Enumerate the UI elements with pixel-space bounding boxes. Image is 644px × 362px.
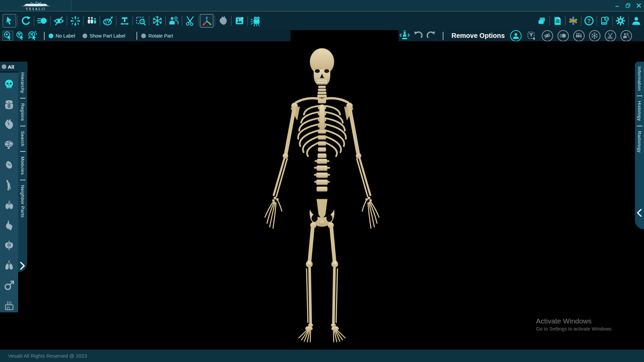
divider [149, 16, 149, 26]
sidebar-system-urinary[interactable] [2, 235, 16, 255]
divider [17, 16, 18, 26]
chevron-left-icon[interactable] [636, 208, 642, 219]
tab-separator [20, 98, 25, 99]
foot [299, 330, 311, 342]
remove-users-icon[interactable] [621, 30, 632, 42]
tab-hierarchy[interactable]: Hierarchy [20, 72, 25, 93]
extended-select-icon[interactable] [28, 31, 38, 41]
minimize-icon[interactable] [614, 3, 620, 8]
rotate-view-icon[interactable] [19, 14, 33, 27]
screenshot-export-icon[interactable] [233, 14, 246, 27]
remove-models-icon[interactable] [573, 30, 585, 42]
tab-histology[interactable]: Histology [637, 101, 642, 121]
undo-icon[interactable] [412, 31, 424, 41]
divider [67, 16, 67, 26]
remove-transform-icon[interactable] [526, 30, 537, 42]
remove-person-icon[interactable] [510, 30, 522, 42]
video-capture-icon[interactable] [249, 14, 263, 27]
profile-icon[interactable] [630, 14, 643, 27]
multi-user-icon[interactable] [167, 14, 180, 27]
help-icon[interactable] [583, 14, 595, 27]
watermark-subtitle: Go to Settings to activate Windows. [536, 326, 613, 331]
right-panel-tabstrip: Information Histology Radiology [635, 62, 644, 229]
sidebar-system-integumentary[interactable] [2, 296, 16, 316]
ship-logo-icon [17, 1, 54, 7]
chevron-right-icon[interactable] [19, 261, 25, 272]
vesalii-app: ? [0, 0, 644, 362]
radio-label: Rotate Part [148, 33, 173, 39]
tab-neighbor-parts[interactable]: Neighbor Parts [20, 185, 25, 218]
divider [628, 16, 629, 26]
tab-regions[interactable]: Regions [20, 103, 25, 121]
expand-view-icon[interactable] [68, 14, 82, 27]
sidebar-system-nervous[interactable] [2, 135, 16, 155]
redo-icon[interactable] [425, 31, 437, 41]
rotate-model-icon[interactable] [398, 31, 411, 41]
sidebar-system-skeletal[interactable] [2, 74, 16, 95]
zoom-selection-icon[interactable] [134, 14, 148, 27]
divider [50, 16, 51, 26]
multi-select-icon[interactable] [15, 31, 25, 41]
all-label: All [8, 64, 14, 70]
sidebar-system-reproductive[interactable] [2, 276, 16, 296]
sidebar-system-digestive[interactable] [2, 215, 16, 235]
heart-tool-icon[interactable] [216, 14, 230, 27]
divider [83, 16, 84, 26]
all-radio-dot [2, 64, 6, 69]
radio-show-part-label[interactable]: Show Part Label [83, 33, 125, 39]
tibia [310, 268, 311, 323]
freeze-part-icon[interactable] [151, 14, 164, 27]
remove-hide-icon[interactable] [542, 30, 553, 42]
tab-modules[interactable]: Modules [20, 157, 25, 175]
remove-speed-icon[interactable] [557, 30, 569, 42]
sidebar-system-circulatory[interactable] [2, 115, 16, 135]
library-icon[interactable] [598, 14, 611, 27]
paint-palette-icon[interactable] [101, 14, 115, 27]
files-icon[interactable] [535, 14, 548, 27]
remove-freeze-icon[interactable] [589, 30, 600, 42]
ribs [298, 106, 320, 156]
divider [100, 16, 100, 26]
sidebar-system-endocrine[interactable] [2, 195, 16, 215]
tab-search[interactable]: Search [20, 131, 25, 146]
cut-tool-icon[interactable] [183, 14, 197, 27]
patella [307, 260, 312, 265]
sidebar-system-articulations[interactable] [2, 175, 16, 195]
sidebar-system-lymphatic[interactable] [2, 155, 16, 175]
document-icon[interactable] [551, 14, 564, 27]
options-bar-left: No Label Show Part Label Rotate Part [0, 30, 290, 41]
motion-speed-icon[interactable] [36, 14, 49, 27]
radio-no-label[interactable]: No Label [49, 33, 75, 39]
sidebar-system-respiratory[interactable] [2, 255, 16, 276]
remove-cut-icon[interactable] [605, 30, 616, 42]
hide-part-icon[interactable] [52, 14, 65, 27]
divider [182, 16, 182, 26]
select-cursor-icon[interactable] [3, 14, 16, 27]
tab-separator [20, 180, 25, 180]
divider [231, 16, 231, 26]
body-models-icon[interactable] [85, 14, 98, 27]
restore-icon[interactable] [625, 3, 631, 8]
divider [549, 16, 550, 26]
hand [265, 200, 282, 228]
viewport-3d[interactable]: Activate Windows Go to Settings to activ… [0, 41, 644, 350]
single-select-icon[interactable] [3, 31, 13, 41]
sidebar-system-muscular[interactable] [2, 95, 16, 115]
divider [132, 16, 133, 26]
radio-rotate-part[interactable]: Rotate Part [141, 33, 173, 39]
section-planes-icon[interactable] [567, 14, 580, 27]
tab-separator [637, 96, 642, 96]
all-systems-toggle[interactable]: All [0, 62, 28, 72]
fibula [307, 269, 308, 322]
tab-information[interactable]: Information [637, 66, 642, 91]
axis-gizmo-icon[interactable] [200, 14, 213, 27]
humerus [286, 107, 294, 154]
divider [137, 32, 137, 40]
transform-tool-icon[interactable] [118, 14, 131, 27]
skeleton-model[interactable] [248, 43, 396, 345]
tab-radiology[interactable]: Radiology [637, 131, 642, 153]
settings-gear-icon[interactable] [614, 14, 627, 27]
close-icon[interactable] [636, 3, 641, 8]
divider [165, 16, 166, 26]
tab-separator [20, 151, 25, 152]
